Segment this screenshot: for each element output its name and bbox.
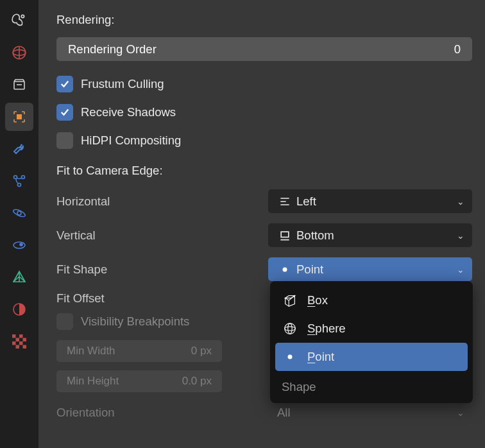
hidpi-label: HiDPI Compositing <box>81 134 181 148</box>
tab-object[interactable] <box>5 103 33 131</box>
svg-point-24 <box>285 327 296 331</box>
svg-rect-16 <box>23 338 27 342</box>
rendering-order-value: 0 <box>454 42 461 56</box>
horizontal-dropdown[interactable]: Left ⌄ <box>268 189 472 213</box>
svg-point-23 <box>285 323 296 334</box>
svg-point-0 <box>21 15 24 17</box>
shape-menu-title: Shape <box>275 371 468 394</box>
shape-option-sphere[interactable]: Sphere <box>275 314 468 343</box>
rendering-order-field[interactable]: Rendering Order 0 <box>56 37 472 61</box>
orientation-label: Orientation <box>56 406 257 420</box>
shape-option-point[interactable]: Point <box>275 343 468 371</box>
horizontal-value: Left <box>296 194 457 209</box>
svg-rect-18 <box>19 341 23 345</box>
receive-shadows-checkbox[interactable] <box>56 104 73 121</box>
align-left-icon <box>276 195 294 208</box>
svg-rect-21 <box>281 232 289 237</box>
fit-section: Fit to Camera Edge: <box>56 161 472 180</box>
tab-material[interactable] <box>5 295 33 323</box>
shape-option-box[interactable]: Box <box>275 286 468 314</box>
frustum-checkbox[interactable] <box>56 76 73 92</box>
frustum-culling-row[interactable]: Frustum Culling <box>56 76 472 92</box>
min-height-value: 0.0 px <box>182 375 212 388</box>
rendering-order-label: Rendering Order <box>68 42 454 56</box>
tab-output[interactable] <box>5 71 33 99</box>
svg-rect-17 <box>12 341 16 345</box>
min-height-label: Min Height <box>67 375 182 388</box>
svg-rect-14 <box>19 334 23 338</box>
chevron-down-icon: ⌄ <box>457 408 464 418</box>
svg-point-10 <box>13 242 25 248</box>
orientation-value: All <box>277 406 457 420</box>
tab-wrench[interactable] <box>5 135 33 163</box>
svg-point-8 <box>17 211 21 215</box>
visibility-label: Visibility Breakpoints <box>81 314 189 329</box>
svg-point-11 <box>20 243 22 246</box>
frustum-label: Frustum Culling <box>81 77 164 91</box>
tab-texture[interactable] <box>5 327 33 356</box>
point-icon <box>276 265 294 274</box>
fit-shape-label: Fit Shape <box>56 263 257 277</box>
horizontal-label: Horizontal <box>56 194 257 209</box>
vertical-label: Vertical <box>56 228 257 243</box>
point-icon <box>282 352 298 361</box>
hidpi-checkbox[interactable] <box>56 132 73 149</box>
tab-physics[interactable] <box>5 199 33 227</box>
hidpi-row[interactable]: HiDPI Compositing <box>56 132 472 149</box>
sphere-icon <box>282 322 298 336</box>
vertical-value: Bottom <box>296 228 457 243</box>
min-width-value: 0 px <box>191 345 212 358</box>
vertical-dropdown[interactable]: Bottom ⌄ <box>268 223 472 247</box>
fit-offset-label: Fit Offset <box>56 291 257 306</box>
shape-option-box-label: Box <box>307 293 461 307</box>
svg-point-22 <box>283 267 287 271</box>
receive-shadows-row[interactable]: Receive Shadows <box>56 104 472 121</box>
visibility-checkbox[interactable] <box>56 313 73 330</box>
min-width-field[interactable]: Min Width 0 px <box>56 340 222 362</box>
min-width-label: Min Width <box>67 345 191 358</box>
chevron-down-icon: ⌄ <box>457 264 464 275</box>
svg-point-26 <box>288 355 293 359</box>
svg-rect-15 <box>16 338 20 342</box>
orientation-dropdown[interactable]: All ⌄ <box>268 401 472 424</box>
svg-rect-19 <box>16 345 20 349</box>
fit-shape-dropdown[interactable]: Point ⌄ <box>268 257 472 281</box>
rendering-section: Rendering: <box>56 10 472 30</box>
chevron-down-icon: ⌄ <box>457 230 464 241</box>
svg-rect-13 <box>12 334 16 338</box>
min-height-field[interactable]: Min Height 0.0 px <box>56 370 222 392</box>
tab-rigid[interactable] <box>5 231 33 259</box>
tab-world[interactable] <box>5 39 33 67</box>
svg-rect-20 <box>23 345 27 349</box>
svg-point-25 <box>288 323 292 334</box>
receive-shadows-label: Receive Shadows <box>81 105 176 119</box>
tab-constraints[interactable] <box>5 167 33 195</box>
box-icon <box>282 293 298 307</box>
tab-render[interactable] <box>5 6 33 35</box>
align-bottom-icon <box>276 229 294 242</box>
sidebar <box>0 0 38 448</box>
fit-shape-menu: Box Sphere Point Shape <box>270 281 473 403</box>
chevron-down-icon: ⌄ <box>457 196 464 207</box>
shape-option-sphere-label: Sphere <box>307 322 461 336</box>
fit-shape-value: Point <box>296 263 457 277</box>
svg-rect-4 <box>17 114 22 119</box>
tab-modifier[interactable] <box>5 263 33 291</box>
shape-option-point-label: Point <box>307 350 461 364</box>
svg-rect-3 <box>14 82 24 89</box>
svg-point-9 <box>12 208 26 218</box>
